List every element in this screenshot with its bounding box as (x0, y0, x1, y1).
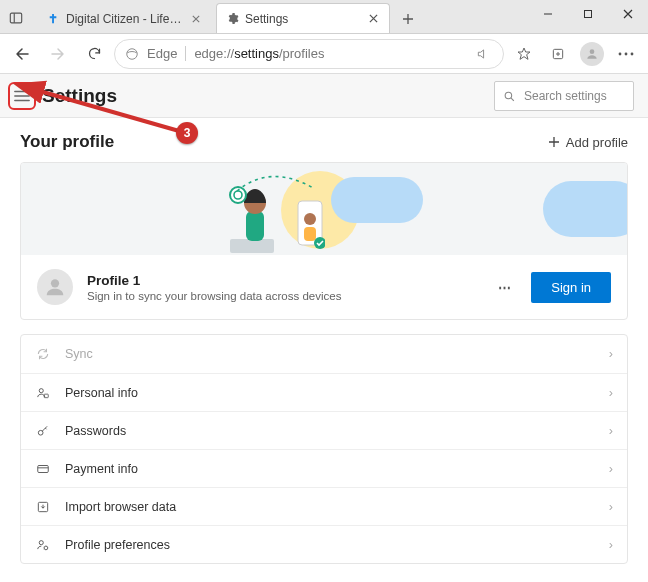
list-label: Profile preferences (65, 538, 170, 552)
svg-point-21 (304, 213, 316, 225)
svg-line-14 (511, 98, 514, 101)
collections-button[interactable] (542, 38, 574, 70)
svg-rect-0 (10, 13, 21, 23)
svg-rect-17 (246, 211, 264, 241)
tab-actions-icon (9, 11, 23, 25)
chevron-right-icon: › (609, 462, 613, 476)
hamburger-icon (14, 89, 30, 103)
list-label: Personal info (65, 386, 138, 400)
more-icon (618, 52, 634, 56)
svg-point-31 (39, 540, 43, 544)
profile-avatar (37, 269, 73, 305)
refresh-icon (87, 46, 102, 61)
minimize-button[interactable] (528, 0, 568, 28)
svg-point-13 (505, 92, 512, 99)
svg-point-9 (631, 52, 634, 55)
edge-icon (125, 47, 139, 61)
tab-title: Digital Citizen - Life in a digital w (66, 12, 182, 26)
settings-search-input[interactable]: Search settings (494, 81, 634, 111)
svg-point-24 (51, 279, 59, 287)
profile-description: Sign in to sync your browsing data acros… (87, 290, 479, 302)
chevron-right-icon: › (609, 538, 613, 552)
search-icon (503, 90, 516, 103)
avatar-icon (44, 276, 66, 298)
minimize-icon (543, 9, 553, 19)
profile-more-button[interactable]: ⋯ (493, 280, 517, 295)
close-icon (623, 9, 633, 19)
page-title: Settings (42, 85, 117, 107)
maximize-button[interactable] (568, 0, 608, 28)
profile-row: Profile 1 Sign in to sync your browsing … (21, 255, 627, 319)
list-label: Sync (65, 347, 93, 361)
list-item-payment-info[interactable]: Payment info › (21, 449, 627, 487)
add-profile-button[interactable]: Add profile (548, 135, 628, 150)
person-card-icon (35, 386, 51, 400)
read-aloud-icon (476, 47, 490, 61)
collections-icon (550, 46, 566, 62)
list-item-profile-preferences[interactable]: Profile preferences › (21, 525, 627, 563)
settings-list: Sync › Personal info › Passwords › Payme… (20, 334, 628, 564)
profile-name: Profile 1 (87, 273, 479, 288)
list-label: Payment info (65, 462, 138, 476)
dashed-connector (231, 169, 321, 199)
maximize-icon (583, 9, 593, 19)
cross-icon: ✝ (46, 12, 60, 26)
profile-card: Profile 1 Sign in to sync your browsing … (20, 162, 628, 320)
chevron-right-icon: › (609, 424, 613, 438)
card-icon (35, 462, 51, 476)
tab-digital-citizen[interactable]: ✝ Digital Citizen - Life in a digital w (38, 3, 212, 33)
settings-header: Settings Search settings (0, 74, 648, 118)
key-icon (35, 424, 51, 438)
list-item-sync[interactable]: Sync › (21, 335, 627, 373)
new-tab-button[interactable] (394, 5, 422, 33)
svg-point-7 (619, 52, 622, 55)
close-window-button[interactable] (608, 0, 648, 28)
star-icon (516, 46, 532, 62)
window-controls (528, 0, 648, 28)
gear-icon (225, 12, 239, 26)
signin-button[interactable]: Sign in (531, 272, 611, 303)
profile-banner (21, 163, 627, 255)
address-bar[interactable]: Edge edge://settings/profiles (114, 39, 504, 69)
settings-menu-button[interactable] (8, 82, 36, 110)
add-profile-label: Add profile (566, 135, 628, 150)
profile-button[interactable] (576, 38, 608, 70)
close-icon (369, 14, 378, 23)
forward-button[interactable] (42, 38, 74, 70)
list-item-passwords[interactable]: Passwords › (21, 411, 627, 449)
close-icon (192, 15, 200, 23)
tab-actions-button[interactable] (6, 8, 26, 28)
plus-icon (548, 136, 560, 148)
read-aloud-button[interactable] (473, 47, 493, 61)
close-tab-button[interactable] (365, 11, 381, 27)
chevron-right-icon: › (609, 500, 613, 514)
menu-button[interactable] (610, 38, 642, 70)
tab-settings[interactable]: Settings (216, 3, 390, 33)
import-icon (35, 500, 51, 514)
chevron-right-icon: › (609, 347, 613, 361)
url-text: edge://settings/profiles (194, 46, 465, 61)
avatar-icon (580, 42, 604, 66)
svg-point-25 (39, 388, 43, 392)
svg-point-8 (625, 52, 628, 55)
plus-icon (402, 13, 414, 25)
close-tab-button[interactable] (188, 11, 204, 27)
edge-label: Edge (147, 46, 186, 61)
settings-content: Your profile Add profile (0, 118, 648, 582)
chevron-right-icon: › (609, 386, 613, 400)
phone-illustration (295, 199, 325, 251)
list-item-personal-info[interactable]: Personal info › (21, 373, 627, 411)
forward-arrow-icon (50, 46, 66, 62)
section-title: Your profile (20, 132, 114, 152)
svg-point-4 (127, 48, 138, 59)
list-item-import-data[interactable]: Import browser data › (21, 487, 627, 525)
back-button[interactable] (6, 38, 38, 70)
list-label: Passwords (65, 424, 126, 438)
refresh-button[interactable] (78, 38, 110, 70)
list-label: Import browser data (65, 500, 176, 514)
favorites-button[interactable] (508, 38, 540, 70)
svg-rect-22 (304, 227, 316, 241)
person-gear-icon (35, 538, 51, 552)
svg-rect-16 (230, 239, 274, 253)
sync-icon (35, 347, 51, 361)
